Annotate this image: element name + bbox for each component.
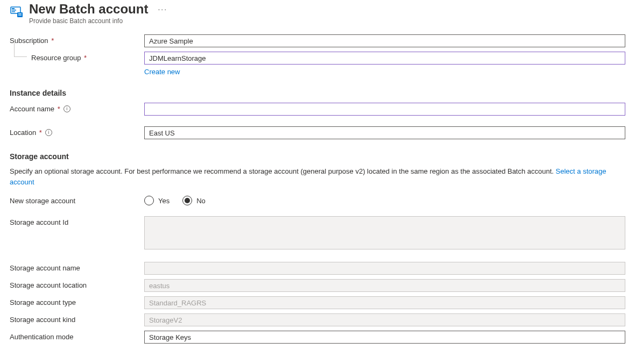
storage-name-input — [144, 262, 625, 275]
new-storage-no-radio[interactable]: No — [182, 196, 206, 205]
info-icon[interactable]: i — [64, 105, 70, 112]
new-storage-label: New storage account — [10, 197, 75, 205]
batch-icon — [10, 4, 24, 18]
page-subtitle: Provide basic Batch account info — [29, 17, 625, 25]
storage-account-heading: Storage account — [10, 152, 69, 161]
svg-rect-3 — [12, 11, 15, 12]
page-header: New Batch account ··· Provide basic Batc… — [10, 2, 625, 25]
svg-rect-1 — [12, 8, 15, 9]
storage-kind-label: Storage account kind — [10, 316, 75, 324]
svg-rect-5 — [18, 13, 22, 14]
storage-name-label: Storage account name — [10, 264, 80, 272]
storage-id-input — [144, 216, 625, 249]
location-select[interactable] — [144, 126, 625, 139]
resource-group-select[interactable] — [144, 52, 625, 65]
storage-type-label: Storage account type — [10, 298, 76, 306]
storage-kind-input — [144, 313, 625, 326]
instance-details-heading: Instance details — [10, 89, 66, 97]
subscription-select[interactable] — [144, 34, 625, 47]
auth-mode-select[interactable] — [144, 331, 625, 344]
svg-rect-2 — [12, 10, 16, 11]
account-name-label: Account name * — [10, 105, 60, 113]
new-storage-yes-radio[interactable]: Yes — [144, 196, 170, 205]
storage-id-label: Storage account Id — [10, 218, 68, 226]
storage-account-description: Specify an optional storage account. For… — [10, 166, 625, 187]
resource-group-label: Resource group * — [31, 54, 87, 62]
account-name-input[interactable] — [144, 103, 625, 116]
more-menu-icon[interactable]: ··· — [158, 5, 167, 13]
svg-rect-6 — [18, 15, 22, 16]
location-label: Location * — [10, 129, 42, 137]
storage-location-input — [144, 279, 625, 292]
storage-type-input — [144, 296, 625, 309]
auth-mode-label: Authentication mode — [10, 333, 74, 341]
page-title: New Batch account — [29, 2, 148, 16]
storage-location-label: Storage account location — [10, 281, 87, 289]
info-icon[interactable]: i — [45, 129, 52, 136]
create-new-resource-group-link[interactable]: Create new — [144, 68, 180, 76]
